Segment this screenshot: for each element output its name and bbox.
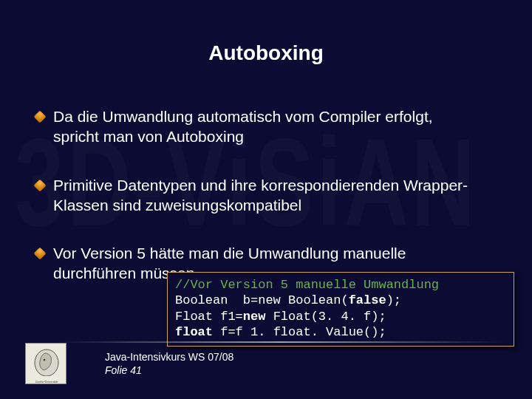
- university-logo: Goethe-Universität: [25, 343, 66, 384]
- code-comment: //Vor Version 5 manuelle Umwandlung: [175, 278, 439, 292]
- svg-text:Goethe-Universität: Goethe-Universität: [35, 380, 59, 383]
- code-keyword: float: [175, 325, 213, 339]
- svg-point-2: [44, 359, 45, 361]
- footer-slide-number: Folie 41: [105, 364, 233, 377]
- code-text: Boolean b=new Boolean(: [175, 293, 349, 307]
- slide-title: Autoboxing: [27, 41, 505, 65]
- code-text: );: [386, 293, 401, 307]
- slide-footer: Goethe-Universität Java-Intensivkurs WS …: [25, 343, 233, 384]
- footer-text: Java-Intensivkurs WS 07/08 Folie 41: [105, 350, 233, 377]
- bullet-item: Da die Umwandlung automatisch vom Compil…: [53, 106, 505, 147]
- code-block: //Vor Version 5 manuelle Umwandlung Bool…: [167, 272, 514, 347]
- code-text: Float f1=: [175, 310, 243, 324]
- bullet-item: Primitive Datentypen und ihre korrespond…: [53, 175, 505, 216]
- footer-course: Java-Intensivkurs WS 07/08: [105, 350, 233, 364]
- code-text: f=f 1. float. Value();: [213, 325, 386, 339]
- slide-container: Autoboxing Da die Umwandlung automatisch…: [0, 0, 532, 399]
- code-keyword: false: [349, 293, 386, 307]
- code-keyword: new: [243, 310, 266, 324]
- bullet-list: Da die Umwandlung automatisch vom Compil…: [27, 106, 505, 284]
- code-text: Float(3. 4. f);: [265, 310, 386, 324]
